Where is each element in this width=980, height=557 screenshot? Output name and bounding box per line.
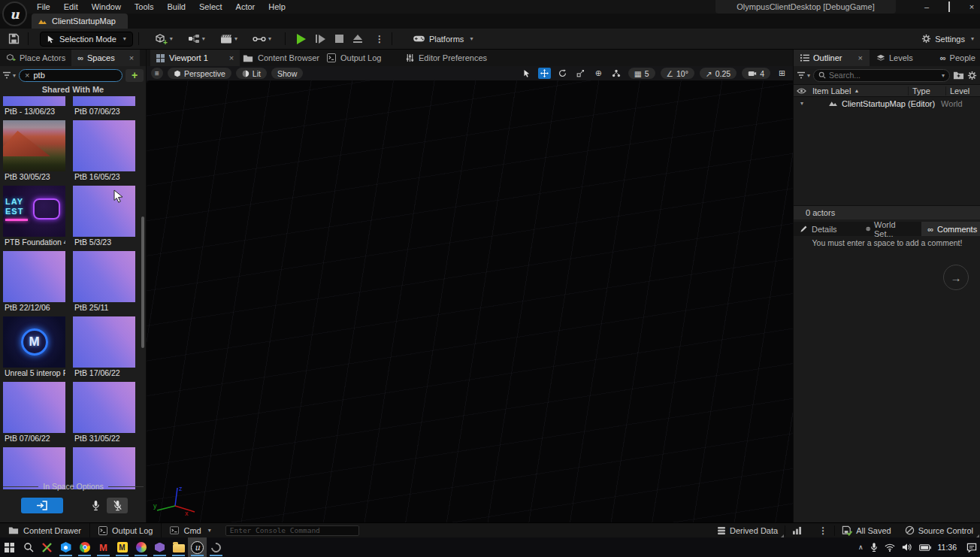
taskbar-app-ring[interactable] [207, 537, 225, 557]
space-thumbnail[interactable] [3, 96, 65, 106]
taskbar-gmail[interactable]: M [94, 537, 113, 557]
tab-comments[interactable]: ∞ Comments × [921, 222, 980, 236]
source-control-button[interactable]: Source Control [898, 523, 980, 538]
show-dropdown[interactable]: Show [271, 68, 303, 79]
clock[interactable]: 11:36 [938, 543, 957, 552]
menu-item[interactable]: Select [192, 1, 229, 13]
viewport-options-menu[interactable]: ≡ [151, 68, 163, 79]
taskbar-file-explorer[interactable] [169, 537, 188, 557]
spaces-search-box[interactable]: × [19, 69, 122, 82]
skip-frame-button[interactable] [316, 35, 325, 44]
close-icon[interactable]: × [129, 53, 134, 62]
send-comment-button[interactable]: → [943, 265, 969, 290]
space-thumbnail[interactable] [73, 251, 135, 302]
close-icon[interactable]: × [229, 53, 234, 62]
taskbar-chrome[interactable] [75, 537, 94, 557]
speaker-icon[interactable] [902, 543, 912, 552]
scale-tool-button[interactable] [574, 68, 587, 79]
console-command-input[interactable] [225, 525, 359, 536]
maximize-viewport-button[interactable]: ⊞ [776, 68, 788, 79]
space-item[interactable]: PtB 16/05/23 [73, 120, 135, 183]
space-item[interactable]: PtB 5/3/23 [73, 186, 135, 249]
menu-item[interactable]: File [30, 1, 57, 13]
space-item[interactable]: LAY EST PTB Foundation 4... [3, 186, 65, 249]
minimize-button[interactable]: – [921, 2, 932, 11]
selection-mode-dropdown[interactable]: Selection Mode ▾ [40, 32, 133, 47]
tab-output-log[interactable]: Output Log [321, 50, 387, 66]
scale-snap-control[interactable]: ↗ 0.25 [700, 68, 737, 79]
space-item[interactable]: PtB 22/12/06 [3, 251, 65, 314]
surface-snapping-button[interactable] [610, 68, 623, 79]
cmd-dropdown[interactable]: Cmd ▾ [162, 523, 219, 538]
menu-item[interactable]: Window [85, 1, 128, 13]
tab-people[interactable]: ∞ People [933, 50, 980, 66]
space-item[interactable]: PtB - 13/06/23 [3, 96, 65, 118]
level-column-header[interactable]: Level [945, 86, 980, 95]
chevron-down-icon[interactable]: ▾ [807, 72, 810, 79]
space-thumbnail[interactable] [73, 316, 135, 368]
expand-chevron-icon[interactable]: ▾ [794, 100, 810, 107]
taskbar-photos[interactable] [132, 537, 150, 557]
output-log-button[interactable]: Output Log [90, 523, 162, 538]
spaces-scrollbar[interactable] [141, 216, 144, 348]
tray-expand-chevron-icon[interactable]: ∧ [858, 543, 864, 551]
grid-snap-control[interactable]: ▦ 5 [628, 68, 655, 79]
chevron-down-icon[interactable]: ▾ [13, 72, 16, 79]
space-thumbnail[interactable] [73, 186, 135, 237]
space-item[interactable]: M Unreal 5 interop PTB [3, 316, 65, 380]
spaces-list[interactable]: PtB - 13/06/23 PtB 07/06/23 PtB 30/05/23 [0, 96, 146, 489]
maximize-button[interactable] [944, 2, 954, 11]
filter-icon[interactable] [2, 71, 11, 79]
item-label-column-header[interactable]: Item Label ▲ [809, 86, 908, 95]
taskbar-unreal-engine[interactable]: u [188, 537, 207, 557]
cinematics-dropdown[interactable]: ▾ [217, 32, 240, 47]
tab-content-browser[interactable]: Content Browser [237, 50, 325, 66]
add-actor-dropdown[interactable]: + ▾ [152, 31, 176, 47]
visibility-column-header[interactable] [794, 88, 809, 94]
space-item[interactable]: PtB 07/06/23 [73, 96, 135, 118]
microphone-button[interactable] [87, 498, 104, 513]
space-thumbnail[interactable]: M [3, 316, 65, 368]
close-icon[interactable]: × [858, 53, 863, 62]
viewport-3d[interactable]: z y x [147, 80, 793, 522]
link-dropdown[interactable]: ▾ [250, 33, 274, 45]
start-button[interactable] [0, 537, 19, 557]
space-item[interactable]: PtB 31/05/22 [73, 382, 135, 445]
space-thumbnail[interactable] [73, 120, 135, 171]
space-item[interactable]: PtB 30/05/23 [3, 120, 65, 183]
perspective-dropdown[interactable]: Perspective [168, 68, 231, 79]
space-thumbnail[interactable] [73, 96, 135, 106]
space-item[interactable]: PtB 07/06/22 [3, 382, 65, 445]
menu-item[interactable]: Tools [128, 1, 161, 13]
outliner-search-input[interactable] [829, 71, 936, 80]
play-options-button[interactable]: ⋮ [375, 34, 384, 44]
taskbar-visual-studio[interactable] [150, 537, 169, 557]
type-column-header[interactable]: Type [908, 86, 945, 95]
tab-viewport-1[interactable]: Viewport 1 × [150, 50, 240, 66]
menu-item[interactable]: Build [161, 1, 192, 13]
network-icon[interactable] [885, 543, 895, 552]
world-coordinate-button[interactable]: ⊕ [592, 68, 605, 79]
add-folder-icon[interactable] [953, 71, 964, 80]
menu-item[interactable]: Actor [229, 1, 262, 13]
spaces-search-input[interactable] [33, 71, 116, 80]
rotate-tool-button[interactable] [556, 68, 569, 79]
tab-levels[interactable]: Levels [870, 50, 920, 66]
menu-item[interactable]: Help [262, 1, 292, 13]
space-thumbnail[interactable]: LAY EST [3, 186, 65, 237]
microphone-muted-button[interactable] [107, 498, 128, 513]
play-button[interactable] [297, 34, 306, 44]
move-tool-button[interactable] [538, 68, 551, 79]
tab-place-actors[interactable]: + Place Actors [0, 50, 71, 66]
chevron-down-icon[interactable]: ▾ [942, 72, 945, 79]
settings-dropdown[interactable]: Settings ▾ [921, 34, 974, 44]
platforms-dropdown[interactable]: Platforms ▾ [413, 35, 473, 44]
lit-dropdown[interactable]: Lit [236, 68, 267, 79]
blueprints-dropdown[interactable]: ▾ [185, 32, 208, 46]
notifications-icon[interactable] [966, 543, 977, 552]
outliner-row-world[interactable]: ▾ ClientStartupMap (Editor) World [794, 97, 980, 110]
tab-outliner[interactable]: Outliner × [794, 50, 870, 66]
derived-data-button[interactable]: Derived Data [710, 523, 785, 538]
space-thumbnail[interactable] [3, 382, 65, 433]
close-button[interactable]: × [966, 2, 977, 11]
